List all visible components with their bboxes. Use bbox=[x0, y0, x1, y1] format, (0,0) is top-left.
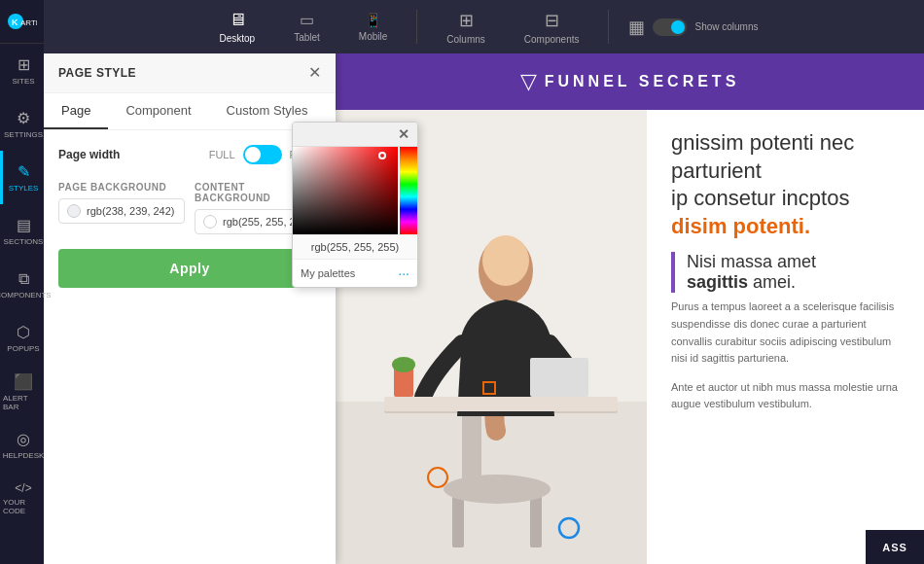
apply-button[interactable]: Apply bbox=[58, 249, 321, 288]
main-canvas: ▽ FUNNEL SECRETS bbox=[336, 53, 924, 564]
page-bg-input[interactable]: rgb(238, 239, 242) bbox=[58, 198, 185, 224]
device-desktop[interactable]: 🖥 Desktop bbox=[209, 5, 265, 49]
helpdesk-icon: ◎ bbox=[17, 430, 30, 448]
page-width-control: Page width FULL FIXED bbox=[58, 145, 321, 164]
funnel-logo-text: FUNNEL SECRETS bbox=[545, 73, 740, 90]
panel-header: PAGE STYLE ✕ bbox=[44, 53, 336, 93]
sections-icon: ▤ bbox=[17, 216, 31, 234]
divider bbox=[416, 10, 417, 44]
full-label: FULL bbox=[209, 149, 235, 160]
sidebar-item-sites[interactable]: ⊞ SITES bbox=[0, 44, 44, 97]
funnel-right: gnissim potenti nec parturient ip conset… bbox=[647, 110, 924, 564]
alert-bar-icon: ⬛ bbox=[14, 372, 33, 391]
funnel-content: gnissim potenti nec parturient ip conset… bbox=[336, 110, 924, 564]
popups-icon: ⬡ bbox=[17, 323, 30, 341]
sidebar-item-helpdesk[interactable]: ◎ HELPDESK bbox=[0, 418, 44, 472]
desktop-icon: 🖥 bbox=[229, 10, 246, 30]
components-icon: ⧉ bbox=[18, 270, 29, 288]
color-palettes: My palettes ··· bbox=[293, 259, 417, 287]
color-hex-display: rgb(255, 255, 255) bbox=[293, 234, 417, 259]
styles-icon: ✎ bbox=[18, 162, 30, 181]
bottom-bar: ASS bbox=[866, 530, 924, 564]
svg-rect-13 bbox=[530, 358, 588, 397]
tab-component[interactable]: Component bbox=[108, 93, 208, 129]
gradient-canvas[interactable] bbox=[293, 147, 398, 234]
content-bg-swatch[interactable] bbox=[203, 215, 217, 229]
bottom-bar-label: ASS bbox=[882, 542, 907, 553]
panel-close-button[interactable]: ✕ bbox=[308, 65, 321, 81]
page-bg-swatch[interactable] bbox=[67, 204, 81, 218]
sidebar-item-settings[interactable]: ⚙ SETTINGS bbox=[0, 97, 44, 151]
view-columns[interactable]: ⊞ Columns bbox=[437, 5, 494, 50]
show-columns-toggle[interactable] bbox=[653, 18, 687, 36]
background-fields: PAGE BACKGROUND rgb(238, 239, 242) CONTE… bbox=[58, 182, 321, 234]
svg-point-11 bbox=[482, 235, 529, 286]
color-picker-body bbox=[293, 147, 417, 234]
sidebar-item-components[interactable]: ⧉ COMPONENTS bbox=[0, 258, 44, 311]
device-mobile[interactable]: 📱 Mobile bbox=[349, 8, 397, 47]
sidebar-item-alert-bar[interactable]: ⬛ ALERT BAR bbox=[0, 365, 44, 418]
show-columns-toggle-group: ▦ Show columns bbox=[628, 17, 758, 38]
sidebar-item-popups[interactable]: ⬡ POPUPS bbox=[0, 311, 44, 365]
left-sidebar: K ARTRA ⊞ SITES ⚙ SETTINGS ✎ STYLES ▤ SE… bbox=[0, 0, 44, 564]
color-picker-header: ✕ bbox=[293, 123, 417, 147]
svg-point-8 bbox=[444, 475, 551, 504]
sites-icon: ⊞ bbox=[18, 55, 30, 74]
divider2 bbox=[608, 10, 609, 44]
page-bg-field: PAGE BACKGROUND rgb(238, 239, 242) bbox=[58, 182, 185, 234]
color-picker-close-button[interactable]: ✕ bbox=[394, 126, 413, 142]
device-tablet[interactable]: ▭ Tablet bbox=[284, 6, 330, 48]
app-logo: K ARTRA bbox=[0, 0, 44, 44]
show-columns-icon: ▦ bbox=[628, 17, 645, 38]
funnel-logo-icon: ▽ bbox=[520, 69, 537, 94]
code-icon: </> bbox=[15, 481, 31, 495]
palette-label: My palettes bbox=[301, 267, 355, 279]
sidebar-item-styles[interactable]: ✎ STYLES bbox=[0, 151, 44, 204]
sidebar-item-sections[interactable]: ▤ SECTIONS bbox=[0, 204, 44, 258]
color-picker-popup: ✕ rgb(255, 255, 255) My palettes ··· bbox=[292, 122, 418, 288]
svg-rect-9 bbox=[462, 411, 481, 489]
panel-title: PAGE STYLE bbox=[58, 66, 136, 80]
funnel-body1: Purus a tempus laoreet a a scelerisque f… bbox=[671, 299, 900, 367]
color-spectrum-bar[interactable] bbox=[400, 147, 417, 234]
tab-page[interactable]: Page bbox=[44, 93, 108, 129]
svg-rect-12 bbox=[384, 397, 618, 411]
funnel-subhead: Nisi massa amet sagittis amei. bbox=[671, 252, 900, 293]
full-fixed-toggle[interactable] bbox=[243, 145, 282, 164]
funnel-body2: Ante et auctor ut nibh mus massa molesti… bbox=[671, 379, 900, 413]
columns-icon: ⊞ bbox=[459, 10, 474, 31]
tablet-icon: ▭ bbox=[300, 11, 314, 29]
top-bar: 🖥 Desktop ▭ Tablet 📱 Mobile ⊞ Columns ⊟ … bbox=[44, 0, 924, 53]
mobile-icon: 📱 bbox=[365, 13, 381, 28]
funnel-header: ▽ FUNNEL SECRETS bbox=[336, 53, 924, 110]
sidebar-item-your-code[interactable]: </> YOUR CODE bbox=[0, 472, 44, 525]
hex-value: rgb(255, 255, 255) bbox=[311, 241, 400, 253]
gradient-layer2 bbox=[293, 147, 398, 234]
svg-text:K: K bbox=[12, 18, 18, 27]
funnel-logo: ▽ FUNNEL SECRETS bbox=[520, 69, 740, 94]
funnel-subhead-bold: sagittis bbox=[687, 272, 748, 292]
page-width-label: Page width bbox=[58, 148, 120, 161]
svg-point-15 bbox=[392, 357, 415, 372]
settings-icon: ⚙ bbox=[17, 109, 30, 127]
palette-menu-icon[interactable]: ··· bbox=[398, 265, 409, 281]
view-components[interactable]: ⊟ Components bbox=[515, 5, 589, 50]
svg-text:ARTRA: ARTRA bbox=[20, 18, 37, 27]
page-bg-value: rgb(238, 239, 242) bbox=[87, 205, 175, 217]
view-components-icon: ⊟ bbox=[545, 10, 559, 31]
funnel-headline: gnissim potenti nec parturient ip conset… bbox=[671, 129, 900, 240]
page-bg-label: PAGE BACKGROUND bbox=[58, 182, 185, 193]
color-cursor[interactable] bbox=[378, 152, 386, 159]
